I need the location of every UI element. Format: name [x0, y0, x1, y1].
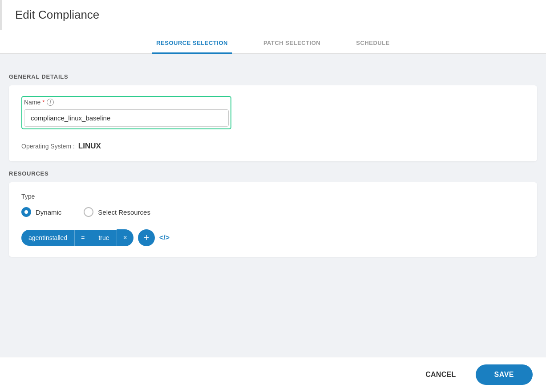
- filter-value[interactable]: true: [91, 230, 116, 246]
- footer: CANCEL SAVE: [0, 357, 546, 392]
- name-input[interactable]: [24, 109, 229, 127]
- tabs-bar: RESOURCE SELECTION PATCH SELECTION SCHED…: [0, 30, 546, 54]
- radio-dynamic[interactable]: Dynamic: [21, 207, 61, 217]
- name-field-wrapper: Name * i: [21, 96, 231, 129]
- general-details-heading: GENERAL DETAILS: [9, 73, 537, 80]
- filter-add-btn[interactable]: +: [138, 229, 155, 246]
- tab-schedule[interactable]: SCHEDULE: [352, 31, 394, 54]
- radio-select-resources[interactable]: Select Resources: [84, 207, 150, 217]
- filter-code-btn[interactable]: </>: [159, 234, 170, 242]
- os-label: Operating System :: [21, 143, 75, 150]
- page-title: Edit Compliance: [15, 8, 99, 22]
- content-area: GENERAL DETAILS Name * i Operating Syste…: [0, 64, 546, 392]
- resources-card: Type Dynamic Select Resources agentInsta…: [9, 182, 537, 257]
- filter-operator[interactable]: =: [74, 230, 91, 246]
- filter-row: agentInstalled = true × + </>: [21, 229, 525, 246]
- save-button[interactable]: SAVE: [476, 364, 533, 385]
- name-info-icon[interactable]: i: [47, 99, 54, 106]
- filter-field[interactable]: agentInstalled: [21, 230, 74, 246]
- resources-heading: RESOURCES: [9, 170, 537, 177]
- general-details-card: Name * i Operating System : LINUX: [9, 85, 537, 161]
- type-label: Type: [21, 193, 525, 200]
- os-value: LINUX: [78, 142, 101, 151]
- name-field-label: Name * i: [24, 99, 229, 106]
- name-label-text: Name: [24, 99, 40, 106]
- filter-close-btn[interactable]: ×: [117, 229, 133, 246]
- name-required-star: *: [42, 99, 44, 106]
- tab-resource-selection[interactable]: RESOURCE SELECTION: [152, 31, 232, 54]
- radio-select-resources-circle: [84, 207, 93, 217]
- page-header: Edit Compliance: [0, 0, 546, 30]
- radio-dynamic-circle: [21, 207, 31, 217]
- page-container: Edit Compliance RESOURCE SELECTION PATCH…: [0, 0, 546, 392]
- radio-dynamic-label: Dynamic: [36, 208, 61, 216]
- tab-patch-selection[interactable]: PATCH SELECTION: [259, 31, 325, 54]
- os-row: Operating System : LINUX: [21, 142, 525, 151]
- cancel-button[interactable]: CANCEL: [415, 365, 466, 384]
- plus-icon: +: [143, 232, 149, 244]
- radio-select-resources-label: Select Resources: [98, 208, 150, 216]
- radio-group: Dynamic Select Resources: [21, 207, 525, 217]
